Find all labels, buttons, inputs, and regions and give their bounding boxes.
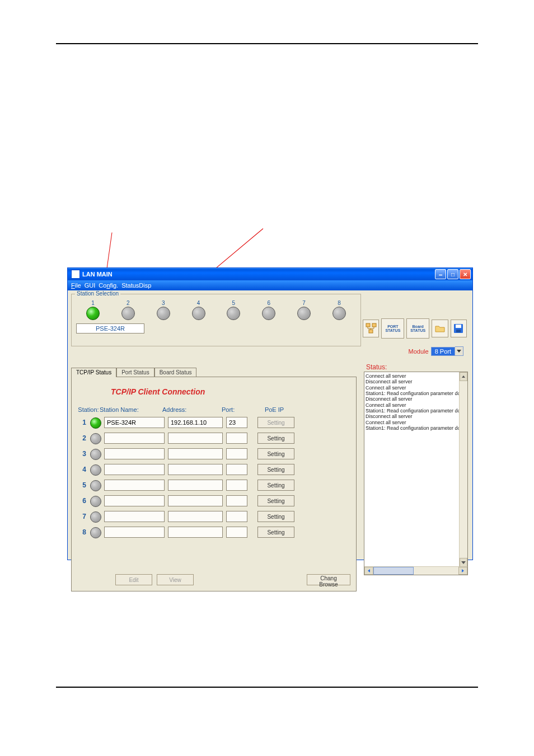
module-dropdown-button[interactable] xyxy=(455,346,463,356)
folder-button[interactable] xyxy=(432,320,448,337)
station-dot-5[interactable] xyxy=(227,307,240,320)
station-dot-8[interactable] xyxy=(332,307,346,320)
setting-button[interactable]: Setting xyxy=(257,511,294,522)
station-number-label: 2 xyxy=(111,300,145,306)
col-address: Address: xyxy=(162,406,218,413)
port-input[interactable] xyxy=(226,511,247,522)
setting-button[interactable]: Setting xyxy=(257,480,294,491)
station-selection-title: Station Selection xyxy=(75,290,120,297)
scroll-up-button[interactable] xyxy=(460,372,467,381)
tab-port-status[interactable]: Port Status xyxy=(116,368,154,377)
address-input[interactable] xyxy=(168,527,223,538)
status-line: Disconnect all server xyxy=(366,396,466,402)
station-name-input[interactable] xyxy=(104,511,165,522)
station-name-input[interactable] xyxy=(104,480,165,491)
station-col-6: 6 xyxy=(252,300,285,332)
menu-statusdisp[interactable]: StatusDisp xyxy=(121,282,151,289)
row-number: 5 xyxy=(77,481,86,489)
status-line: Disconnect all server xyxy=(366,379,466,384)
scroll-right-button[interactable] xyxy=(458,567,467,575)
port-input[interactable] xyxy=(226,464,247,475)
port-input[interactable] xyxy=(226,527,247,538)
scroll-down-button[interactable] xyxy=(460,558,467,567)
minimize-button[interactable]: ‒ xyxy=(435,269,446,279)
station-dot-1[interactable] xyxy=(86,307,100,320)
menu-file[interactable]: File xyxy=(71,282,81,289)
status-line: Connect all server xyxy=(366,402,466,408)
setting-button[interactable]: Setting xyxy=(257,417,294,428)
address-input[interactable] xyxy=(168,511,223,522)
chang-browse-button[interactable]: Chang Browse xyxy=(307,574,350,585)
station-name-input[interactable] xyxy=(104,448,165,459)
address-input[interactable] xyxy=(168,433,223,444)
status-line: Connect all server xyxy=(366,385,466,391)
menu-config[interactable]: Config. xyxy=(99,282,118,289)
address-input[interactable] xyxy=(168,417,223,428)
app-window: LAN MAIN ‒ □ ✕ File GUI Config. StatusDi… xyxy=(67,267,473,560)
edit-button[interactable]: Edit xyxy=(115,574,152,585)
maximize-button[interactable]: □ xyxy=(447,269,458,279)
status-line: Station1: Read configuration parameter d… xyxy=(366,391,466,396)
station-name-input[interactable] xyxy=(104,433,165,444)
station-row-7: 7Setting xyxy=(77,510,350,523)
svg-rect-4 xyxy=(456,325,461,328)
row-number: 8 xyxy=(77,528,86,536)
station-dot-4[interactable] xyxy=(192,307,205,320)
status-line: Connect all server xyxy=(366,373,466,379)
station-row-1: 1Setting xyxy=(77,416,350,429)
station-name-input[interactable] xyxy=(104,527,165,538)
port-input[interactable] xyxy=(226,433,247,444)
row-number: 2 xyxy=(77,434,86,442)
menu-gui[interactable]: GUI xyxy=(85,282,96,289)
station-col-4: 4 xyxy=(182,300,216,332)
row-number: 3 xyxy=(77,450,86,458)
address-input[interactable] xyxy=(168,448,223,459)
station-row-6: 6Setting xyxy=(77,495,350,507)
port-status-button[interactable]: PORT STATUS xyxy=(381,318,404,339)
station-row-3: 3Setting xyxy=(77,448,350,460)
menubar: File GUI Config. StatusDisp xyxy=(68,280,472,290)
module-value: 8 Port xyxy=(431,347,455,356)
port-input[interactable] xyxy=(226,495,247,506)
save-button[interactable] xyxy=(451,320,467,337)
port-input[interactable] xyxy=(226,417,247,428)
setting-button[interactable]: Setting xyxy=(257,433,294,444)
port-input[interactable] xyxy=(226,480,247,491)
row-number: 7 xyxy=(77,513,86,520)
station-dot-6[interactable] xyxy=(262,307,275,320)
address-input[interactable] xyxy=(168,480,223,491)
station-dot-3[interactable] xyxy=(157,307,170,320)
setting-button[interactable]: Setting xyxy=(257,527,294,538)
vertical-scrollbar[interactable] xyxy=(459,372,467,575)
connection-icon-button[interactable] xyxy=(363,320,379,337)
station-number-label: 5 xyxy=(217,300,250,306)
station-col-1: 1PSE-324R xyxy=(76,300,110,334)
divider-bottom xyxy=(56,687,478,688)
close-button[interactable]: ✕ xyxy=(460,269,471,279)
station-name-input[interactable] xyxy=(104,417,165,428)
setting-button[interactable]: Setting xyxy=(257,448,294,459)
station-row-5: 5Setting xyxy=(77,479,350,491)
row-status-dot xyxy=(90,480,101,491)
setting-button[interactable]: Setting xyxy=(257,495,294,506)
col-station: Station: xyxy=(77,406,100,413)
station-row-2: 2Setting xyxy=(77,432,350,444)
station-dot-7[interactable] xyxy=(297,307,311,320)
tab-body: TCP/IP Client Connection Station: Statio… xyxy=(71,377,357,591)
address-input[interactable] xyxy=(168,464,223,475)
view-button[interactable]: View xyxy=(157,574,194,585)
tab-tcpip-status[interactable]: TCP/IP Status xyxy=(71,368,116,377)
port-input[interactable] xyxy=(226,448,247,459)
station-dot-2[interactable] xyxy=(121,307,135,320)
address-input[interactable] xyxy=(168,495,223,506)
scroll-left-button[interactable] xyxy=(364,567,373,575)
board-status-button[interactable]: Board STATUS xyxy=(406,318,429,339)
chevron-up-icon xyxy=(462,375,465,378)
tab-board-status[interactable]: Board Status xyxy=(154,368,197,377)
row-number: 4 xyxy=(77,466,86,473)
hscroll-thumb[interactable] xyxy=(373,567,414,575)
setting-button[interactable]: Setting xyxy=(257,464,294,475)
station-name-input[interactable] xyxy=(104,464,165,475)
station-name-input[interactable] xyxy=(104,495,165,506)
horizontal-scrollbar[interactable] xyxy=(364,566,467,575)
